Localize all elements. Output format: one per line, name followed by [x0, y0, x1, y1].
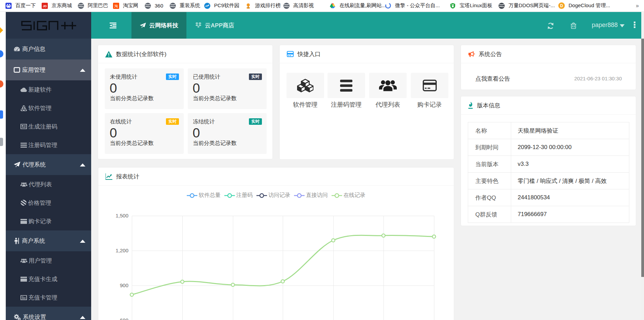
- svg-text:1,200: 1,200: [115, 248, 128, 253]
- svg-text:600: 600: [120, 317, 128, 320]
- svg-text:900: 900: [120, 282, 128, 288]
- svg-text:D: D: [560, 3, 563, 8]
- svg-text:1,500: 1,500: [115, 213, 128, 218]
- svg-text:淘: 淘: [114, 4, 118, 8]
- svg-text:JD: JD: [43, 4, 47, 8]
